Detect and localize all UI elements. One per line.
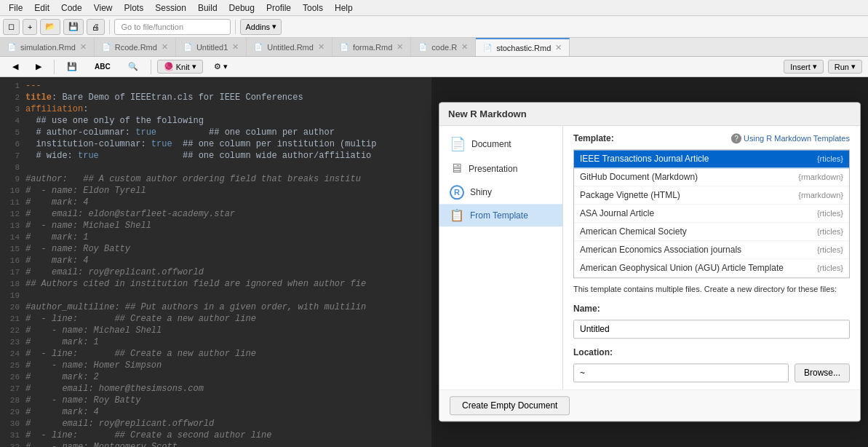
template-list-item[interactable]: IEEE Transactions Journal Article{rticle… (574, 150, 849, 168)
template-link-text: Using R Markdown Templates (744, 134, 850, 143)
line-number: 27 (0, 383, 25, 395)
insert-button[interactable]: Insert ▾ (784, 60, 824, 74)
location-label: Location: (573, 348, 850, 358)
line-number: 10 (0, 185, 25, 197)
menu-view[interactable]: View (88, 1, 119, 15)
settings-button[interactable]: ⚙ ▾ (207, 60, 234, 74)
browse-button[interactable]: Browse... (795, 364, 850, 383)
menu-edit[interactable]: Edit (28, 1, 55, 15)
template-package: {rticles} (817, 154, 843, 163)
template-list-item[interactable]: American Geophysical Union (AGU) Article… (574, 259, 849, 277)
location-input[interactable] (573, 364, 789, 383)
tab-close-simulation[interactable]: ✕ (80, 43, 87, 51)
template-name: American Geophysical Union (AGU) Article… (580, 263, 784, 273)
knit-button[interactable]: 🧶 Knit ▾ (157, 60, 203, 74)
location-row: Browse... (573, 364, 850, 383)
editor-toolbar: ◀ ▶ 💾 ABC 🔍 🧶 Knit ▾ ⚙ ▾ Insert ▾ Run ▾ (0, 57, 868, 77)
new-file-button[interactable]: ◻ (3, 19, 20, 35)
shiny-icon: R (450, 185, 464, 199)
line-number: 5 (0, 127, 25, 138)
save-file-button[interactable]: 💾 (60, 60, 84, 74)
template-name: ASA Journal Article (580, 208, 654, 218)
line-number: 12 (0, 208, 25, 220)
nav-presentation[interactable]: 🖥 Presentation (439, 157, 562, 181)
nav-document-label: Document (471, 139, 511, 149)
template-list-item[interactable]: American Chemical Society{rticles} (574, 223, 849, 241)
run-label: Run (835, 63, 849, 71)
line-number: 20 (0, 301, 25, 313)
line-number: 31 (0, 430, 25, 441)
template-list[interactable]: IEEE Transactions Journal Article{rticle… (574, 150, 849, 277)
sep2 (151, 60, 151, 74)
menu-tools[interactable]: Tools (297, 1, 329, 15)
template-list-item[interactable]: ASA Journal Article{rticles} (574, 205, 849, 223)
tab-label: Untitled.Rmd (267, 43, 314, 52)
tab-close-forma[interactable]: ✕ (397, 43, 403, 51)
line-number: 23 (0, 336, 25, 348)
dialog-footer: Create Empty Document (439, 390, 860, 422)
nav-back-button[interactable]: ◀ (6, 60, 25, 74)
find-button[interactable]: 🔍 (122, 60, 145, 74)
line-number: 1 (0, 80, 25, 92)
menu-build[interactable]: Build (192, 1, 223, 15)
new-script-button[interactable]: + (23, 19, 37, 35)
go-to-file-input[interactable]: Go to file/function (114, 19, 231, 35)
document-icon: 📄 (450, 136, 466, 152)
tab-close-untitled-rmd[interactable]: ✕ (318, 43, 324, 51)
template-package: {rticles} (817, 264, 843, 272)
tab-close-untitled1[interactable]: ✕ (232, 43, 239, 51)
tab-icon: 📄 (183, 43, 192, 51)
menu-session[interactable]: Session (149, 1, 192, 15)
line-number: 15 (0, 243, 25, 255)
line-number: 3 (0, 103, 25, 115)
spell-check-button[interactable]: ABC (88, 60, 117, 73)
nav-fwd-button[interactable]: ▶ (29, 60, 48, 74)
menu-profile[interactable]: Profile (260, 1, 297, 15)
tab-close-rcode[interactable]: ✕ (162, 43, 168, 51)
save-button[interactable]: 💾 (63, 19, 84, 35)
template-list-item[interactable]: GitHub Document (Markdown){rmarkdown} (574, 168, 849, 186)
line-number: 21 (0, 313, 25, 325)
tab-code[interactable]: 📄 code.R ✕ (411, 38, 476, 57)
tab-untitled1[interactable]: 📄 Untitled1 ✕ (176, 38, 247, 57)
menu-help[interactable]: Help (329, 1, 359, 15)
tab-forma[interactable]: 📄 forma.Rmd ✕ (333, 38, 411, 57)
line-number: 29 (0, 406, 25, 418)
nav-shiny[interactable]: R Shiny (439, 181, 562, 204)
menu-file[interactable]: File (3, 1, 28, 15)
line-number: 11 (0, 197, 25, 208)
run-button[interactable]: Run ▾ (828, 60, 862, 74)
tab-untitled-rmd[interactable]: 📄 Untitled.Rmd ✕ (247, 38, 333, 57)
dialog-body: 📄 Document 🖥 Presentation R Shiny 📋 From… (439, 126, 860, 389)
tab-close-stochastic[interactable]: ✕ (555, 44, 562, 52)
menu-plots[interactable]: Plots (119, 1, 150, 15)
tab-rcode[interactable]: 📄 Rcode.Rmd ✕ (95, 38, 176, 57)
from-template-icon: 📋 (450, 208, 464, 222)
addins-button[interactable]: Addins ▾ (240, 19, 282, 35)
template-help-link[interactable]: ? Using R Markdown Templates (731, 133, 850, 143)
help-circle-icon: ? (731, 133, 741, 143)
nav-from-template[interactable]: 📋 From Template (439, 204, 562, 226)
line-number: 16 (0, 255, 25, 266)
template-list-item[interactable]: Package Vignette (HTML){rmarkdown} (574, 186, 849, 205)
template-list-item[interactable]: American Economics Association journals{… (574, 241, 849, 259)
line-number: 9 (0, 173, 25, 185)
name-input[interactable] (573, 320, 850, 339)
separator (109, 20, 110, 34)
menu-debug[interactable]: Debug (223, 1, 260, 15)
tab-stochastic[interactable]: 📄 stochastic.Rmd ✕ (476, 38, 570, 57)
line-number: 13 (0, 220, 25, 232)
tab-icon: 📄 (102, 43, 111, 51)
tab-simulation[interactable]: 📄 simulation.Rmd ✕ (0, 38, 95, 57)
insert-label: Insert (790, 63, 811, 71)
nav-document[interactable]: 📄 Document (439, 132, 562, 157)
menu-code[interactable]: Code (55, 1, 88, 15)
create-empty-document-button[interactable]: Create Empty Document (450, 397, 570, 416)
tab-close-code[interactable]: ✕ (461, 43, 468, 51)
print-button[interactable]: 🖨 (87, 19, 105, 35)
line-number: 25 (0, 360, 25, 371)
line-number: 19 (0, 290, 25, 301)
tab-icon: 📄 (254, 43, 263, 51)
open-file-button[interactable]: 📂 (40, 19, 60, 35)
dialog-nav: 📄 Document 🖥 Presentation R Shiny 📋 From… (439, 126, 563, 389)
